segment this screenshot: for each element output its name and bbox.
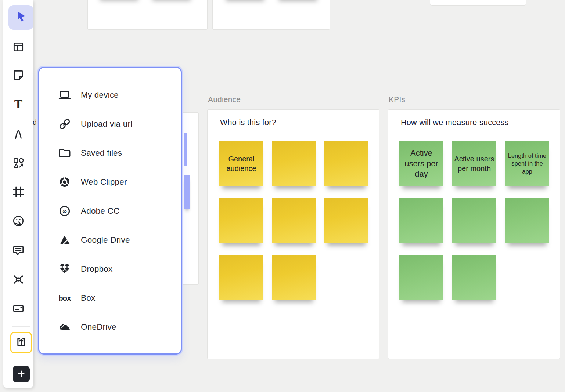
svg-text:box: box xyxy=(58,294,71,302)
google-drive-icon xyxy=(57,233,72,247)
top-card-strip[interactable] xyxy=(430,0,526,6)
select-tool-button[interactable] xyxy=(8,5,33,30)
box-icon: box xyxy=(57,291,72,305)
onedrive-icon xyxy=(57,320,72,334)
frame-label-kpis[interactable]: KPIs xyxy=(389,95,405,104)
sticky-note[interactable] xyxy=(399,198,443,243)
menu-item-google-drive[interactable]: Google Drive xyxy=(39,225,181,254)
sticky-text: Active users per day xyxy=(401,148,442,179)
toolbar-divider xyxy=(12,326,30,327)
upload-icon xyxy=(15,335,28,350)
menu-item-adobe-cc[interactable]: ∞ Adobe CC xyxy=(39,196,181,225)
sticker-tool-button[interactable] xyxy=(3,211,33,231)
sticky-text: Active users per month xyxy=(454,154,495,173)
chrome-icon xyxy=(57,175,72,189)
sticky-note[interactable] xyxy=(272,141,316,186)
text-icon: T xyxy=(11,97,25,111)
menu-item-my-device[interactable]: My device xyxy=(39,80,181,109)
adobe-cc-icon: ∞ xyxy=(57,204,72,218)
menu-item-web-clipper[interactable]: Web Clipper xyxy=(39,167,181,196)
link-icon xyxy=(57,117,72,131)
kpis-card-title[interactable]: How will we measure success xyxy=(401,118,509,127)
sticky-note[interactable] xyxy=(452,255,496,300)
sticky-text: General audience xyxy=(221,154,262,173)
audience-card-title[interactable]: Who is this for? xyxy=(220,118,276,127)
sticky-note[interactable] xyxy=(324,141,368,186)
sticky-note[interactable] xyxy=(219,255,263,300)
mindmap-icon xyxy=(11,272,25,286)
sticky-note-tool-button[interactable] xyxy=(3,65,33,86)
menu-item-label: OneDrive xyxy=(81,322,116,332)
upload-tool-button[interactable] xyxy=(10,332,32,353)
sticky-note[interactable] xyxy=(272,198,316,243)
dropbox-icon xyxy=(57,262,72,276)
top-card-purple[interactable] xyxy=(87,0,208,30)
shapes-icon xyxy=(11,156,25,170)
menu-item-label: Saved files xyxy=(81,148,122,158)
menu-item-onedrive[interactable]: OneDrive xyxy=(39,312,181,341)
top-card-yellow[interactable] xyxy=(212,0,330,30)
sticker-icon xyxy=(11,214,25,228)
menu-item-label: Adobe CC xyxy=(81,206,119,216)
menu-item-box[interactable]: box Box xyxy=(39,283,181,312)
sticky-text: Length of time spent in the app xyxy=(507,152,547,175)
menu-item-dropbox[interactable]: Dropbox xyxy=(39,254,181,283)
whiteboard-app: d Audience Who is this for? General audi… xyxy=(0,0,565,392)
sticky-note[interactable] xyxy=(399,255,443,300)
kpis-card[interactable]: How will we measure success Active users… xyxy=(388,109,560,359)
sticky-note[interactable] xyxy=(219,198,263,243)
menu-item-label: Box xyxy=(81,293,95,303)
sticky-note-general-audience[interactable]: General audience xyxy=(219,141,263,186)
plus-icon xyxy=(17,369,26,379)
svg-text:T: T xyxy=(14,98,22,111)
card-tool-button[interactable] xyxy=(3,298,33,319)
cursor-icon xyxy=(14,10,28,25)
audience-card[interactable]: Who is this for? General audience xyxy=(207,109,379,359)
svg-text:∞: ∞ xyxy=(62,207,67,214)
pen-tool-button[interactable] xyxy=(3,124,33,144)
menu-item-saved-files[interactable]: Saved files xyxy=(39,138,181,167)
sticky-note-active-users-day[interactable]: Active users per day xyxy=(399,141,443,186)
laptop-icon xyxy=(57,88,72,102)
sticky-note[interactable] xyxy=(452,198,496,243)
comment-tool-button[interactable] xyxy=(3,240,33,261)
frame-tool-button[interactable] xyxy=(3,182,33,202)
sticky-note-edge[interactable] xyxy=(184,133,187,166)
sticky-note[interactable] xyxy=(324,198,368,243)
sticky-note-icon xyxy=(11,68,25,82)
menu-item-label: Upload via url xyxy=(81,119,132,129)
menu-item-label: My device xyxy=(81,90,119,100)
templates-icon xyxy=(11,40,25,54)
text-tool-button[interactable]: T xyxy=(3,94,33,115)
folder-icon xyxy=(57,146,72,160)
sticky-note-active-users-month[interactable]: Active users per month xyxy=(452,141,496,186)
pen-icon xyxy=(11,127,25,141)
comment-icon xyxy=(11,244,25,258)
menu-item-upload-via-url[interactable]: Upload via url xyxy=(39,109,181,138)
sticky-note[interactable] xyxy=(505,198,549,243)
menu-item-label: Dropbox xyxy=(81,264,112,274)
sticky-note[interactable] xyxy=(272,255,316,300)
mindmap-tool-button[interactable] xyxy=(3,269,33,290)
shapes-tool-button[interactable] xyxy=(3,153,33,173)
frame-icon xyxy=(11,185,25,199)
templates-tool-button[interactable] xyxy=(3,37,33,57)
menu-item-label: Google Drive xyxy=(81,235,130,245)
upload-menu: My device Upload via url Saved xyxy=(38,67,182,355)
menu-item-label: Web Clipper xyxy=(81,177,127,187)
frame-label-audience[interactable]: Audience xyxy=(208,95,241,104)
sticky-note-length-of-time[interactable]: Length of time spent in the app xyxy=(505,141,549,186)
sticky-note-edge[interactable] xyxy=(184,175,190,209)
add-more-tools-button[interactable] xyxy=(13,366,30,382)
toolbar: T xyxy=(3,0,33,388)
card-icon xyxy=(11,301,25,315)
